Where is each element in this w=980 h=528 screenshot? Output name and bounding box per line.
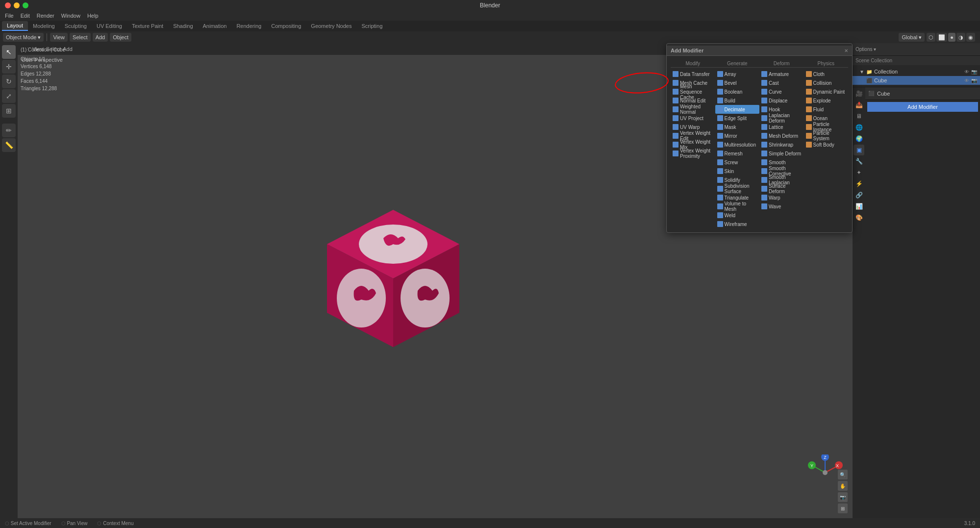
object-menu[interactable]: Object — [110, 33, 131, 42]
mod-fluid[interactable]: Fluid — [804, 105, 849, 114]
mod-build[interactable]: Build — [715, 96, 760, 105]
cube-render-icon[interactable]: 📷 — [971, 78, 977, 83]
tool-rotate[interactable]: ↻ — [2, 75, 16, 88]
select-menu[interactable]: Select — [70, 33, 91, 42]
prop-material[interactable]: 🎨 — [854, 212, 864, 223]
mod-explode[interactable]: Explode — [804, 96, 849, 105]
mod-skin[interactable]: Skin — [715, 167, 760, 176]
prop-output[interactable]: 📤 — [854, 100, 864, 110]
tab-texture-paint[interactable]: Texture Paint — [127, 21, 168, 31]
tab-rendering[interactable]: Rendering — [231, 21, 266, 31]
mod-volume-to-mesh[interactable]: Volume to Mesh — [715, 202, 760, 211]
prop-particles[interactable]: ✦ — [854, 167, 864, 178]
mod-collision[interactable]: Collision — [804, 78, 849, 87]
mod-cast[interactable]: Cast — [759, 78, 804, 87]
xray-btn[interactable]: ⬜ — [936, 33, 947, 42]
view-material[interactable]: ◑ — [956, 33, 965, 42]
prop-scene[interactable]: 🌐 — [854, 122, 864, 133]
mod-mirror[interactable]: Mirror — [715, 131, 760, 140]
mod-curve[interactable]: Curve — [759, 87, 804, 96]
tab-layout[interactable]: Layout — [2, 21, 28, 31]
mod-boolean[interactable]: Boolean — [715, 87, 760, 96]
overlay-btn[interactable]: ⬡ — [927, 33, 935, 42]
minimize-button[interactable] — [14, 2, 20, 8]
prop-modifier[interactable]: 🔧 — [854, 156, 864, 167]
mod-wave[interactable]: Wave — [759, 202, 804, 211]
prop-world[interactable]: 🌍 — [854, 133, 864, 144]
close-panel-icon[interactable]: ✕ — [844, 48, 848, 53]
mod-bevel[interactable]: Bevel — [715, 78, 760, 87]
mod-lattice[interactable]: Lattice — [759, 123, 804, 131]
menu-window[interactable]: Window — [58, 12, 83, 19]
prop-render[interactable]: 🎥 — [854, 88, 864, 99]
mod-vertex-weight-proximity[interactable]: Vertex Weight Proximity — [671, 149, 715, 158]
mod-edge-split[interactable]: Edge Split — [715, 114, 760, 123]
cube-eye-icon[interactable]: 👁 — [964, 78, 969, 83]
tool-move[interactable]: ✛ — [2, 60, 16, 74]
mod-array[interactable]: Array — [715, 70, 760, 78]
mod-weighted-normal[interactable]: Weighted Normal — [671, 105, 715, 114]
mod-mesh-deform[interactable]: Mesh Deform — [759, 131, 804, 140]
tool-scale[interactable]: ⤢ — [2, 89, 16, 103]
global-local[interactable]: Global ▾ — [899, 33, 925, 42]
tab-geometry-nodes[interactable]: Geometry Nodes — [306, 21, 356, 31]
mod-particle-system[interactable]: Particle System — [804, 131, 849, 140]
viewport-add-menu[interactable]: Add — [63, 46, 73, 52]
tree-collection[interactable]: ▼ 📁 Collection 👁 📷 — [853, 67, 980, 76]
menu-edit[interactable]: Edit — [18, 12, 33, 19]
mod-soft-body[interactable]: Soft Body — [804, 140, 849, 149]
tab-modeling[interactable]: Modeling — [28, 21, 60, 31]
close-button[interactable] — [5, 2, 11, 8]
mod-multires[interactable]: Multiresolution — [715, 140, 760, 149]
mod-screw[interactable]: Screw — [715, 158, 760, 167]
add-menu[interactable]: Add — [93, 33, 108, 42]
add-modifier-button[interactable]: Add Modifier — [867, 102, 978, 112]
tree-cube[interactable]: ⬛ Cube 👁 📷 — [853, 76, 980, 85]
mod-uv-project[interactable]: UV Project — [671, 114, 715, 123]
mod-cloth[interactable]: Cloth — [804, 70, 849, 78]
prop-data[interactable]: 📊 — [854, 201, 864, 212]
mod-armature[interactable]: Armature — [759, 70, 804, 78]
prop-constraints[interactable]: 🔗 — [854, 190, 864, 201]
tool-measure[interactable]: 📏 — [2, 138, 16, 152]
camera-btn[interactable]: 📷 — [838, 492, 848, 502]
mode-select[interactable]: Object Mode ▾ — [3, 33, 44, 42]
tab-scripting[interactable]: Scripting — [356, 21, 387, 31]
maximize-button[interactable] — [23, 2, 28, 8]
menu-file[interactable]: File — [2, 12, 17, 19]
tool-annotate[interactable]: ✏ — [2, 124, 16, 137]
viewport-select-menu[interactable]: Select — [46, 46, 61, 52]
mod-surface-deform[interactable]: Surface Deform — [759, 184, 804, 193]
tab-uv-editing[interactable]: UV Editing — [92, 21, 127, 31]
tool-transform[interactable]: ⊞ — [2, 104, 16, 118]
mod-mask[interactable]: Mask — [715, 123, 760, 131]
grid-btn[interactable]: ⊞ — [838, 503, 848, 513]
prop-object[interactable]: ▣ — [854, 145, 864, 155]
mod-shrinkwrap[interactable]: Shrinkwrap — [759, 140, 804, 149]
mod-wireframe[interactable]: Wireframe — [715, 220, 760, 228]
menu-render[interactable]: Render — [34, 12, 57, 19]
mod-simple-deform[interactable]: Simple Deform — [759, 149, 804, 158]
prop-physics[interactable]: ⚡ — [854, 178, 864, 189]
hand-btn[interactable]: ✋ — [838, 481, 848, 491]
view-render[interactable]: ◉ — [966, 33, 975, 42]
tool-select[interactable]: ↖ — [2, 45, 16, 59]
mod-subdivision[interactable]: Subdivision Surface — [715, 184, 760, 193]
view-solid[interactable]: ● — [948, 33, 955, 42]
mod-decimate[interactable]: Decimate — [715, 105, 760, 114]
view-menu[interactable]: View — [50, 33, 68, 42]
mod-weld[interactable]: Weld — [715, 211, 760, 220]
tab-compositing[interactable]: Compositing — [266, 21, 306, 31]
menu-help[interactable]: Help — [84, 12, 101, 19]
zoom-btn[interactable]: 🔍 — [838, 470, 848, 479]
tab-sculpting[interactable]: Sculpting — [60, 21, 92, 31]
mod-data-transfer[interactable]: Data Transfer — [671, 70, 715, 78]
mod-dynamic-paint[interactable]: Dynamic Paint — [804, 87, 849, 96]
eye-icon[interactable]: 👁 — [964, 69, 969, 75]
tab-animation[interactable]: Animation — [198, 21, 232, 31]
mod-laplacian-deform[interactable]: Laplacian Deform — [759, 114, 804, 123]
mod-warp[interactable]: Warp — [759, 193, 804, 202]
mod-displace[interactable]: Displace — [759, 96, 804, 105]
viewport-view-menu[interactable]: View — [32, 46, 44, 52]
mod-mesh-sequence-cache[interactable]: Mesh Sequence Cache — [671, 87, 715, 96]
